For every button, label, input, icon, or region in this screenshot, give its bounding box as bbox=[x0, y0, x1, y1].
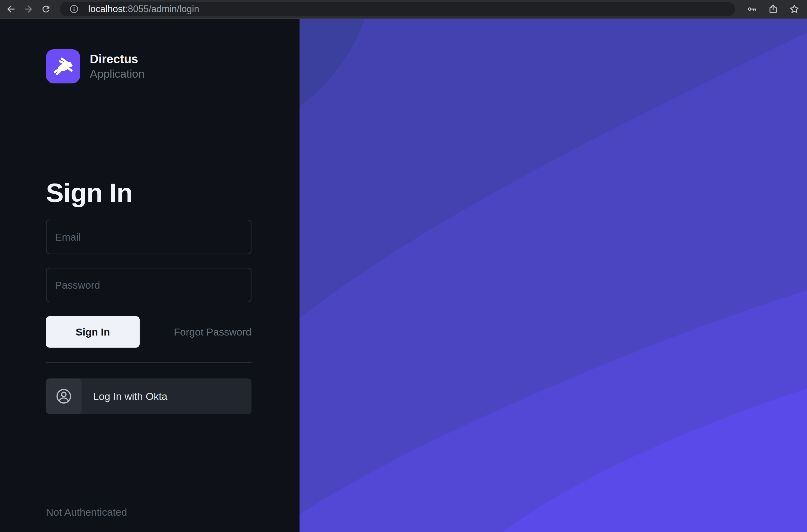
auth-status-text: Not Authenticated bbox=[46, 506, 127, 518]
brand-subtitle: Application bbox=[90, 68, 145, 81]
forward-icon[interactable] bbox=[22, 3, 35, 15]
email-field[interactable] bbox=[46, 220, 251, 254]
sso-icon-cell bbox=[46, 378, 82, 414]
toolbar-right-icons bbox=[746, 3, 800, 15]
share-icon[interactable] bbox=[767, 3, 779, 15]
login-page: Directus Application Sign In Sign In For… bbox=[0, 19, 807, 532]
bookmark-star-icon[interactable] bbox=[788, 3, 800, 15]
login-form: Sign In Forgot Password Log In with Okta bbox=[46, 220, 251, 414]
brand-header: Directus Application bbox=[46, 49, 300, 83]
site-info-icon[interactable] bbox=[69, 4, 79, 14]
page-title: Sign In bbox=[46, 179, 300, 206]
url-host: localhost bbox=[88, 4, 125, 14]
browser-toolbar: localhost:8055/admin/login bbox=[0, 0, 807, 19]
account-circle-icon bbox=[55, 387, 73, 405]
directus-rabbit-icon bbox=[52, 55, 74, 78]
purple-bands-art bbox=[300, 19, 807, 532]
sign-in-button[interactable]: Sign In bbox=[46, 316, 140, 348]
refresh-icon[interactable] bbox=[40, 3, 52, 15]
address-bar[interactable]: localhost:8055/admin/login bbox=[60, 2, 735, 16]
forgot-password-link[interactable]: Forgot Password bbox=[174, 326, 251, 338]
back-icon[interactable] bbox=[5, 3, 17, 15]
url-path: :8055/admin/login bbox=[125, 4, 199, 14]
divider bbox=[46, 362, 251, 363]
okta-login-button[interactable]: Log In with Okta bbox=[46, 378, 251, 414]
password-field[interactable] bbox=[46, 268, 251, 302]
directus-logo bbox=[46, 49, 80, 83]
key-icon[interactable] bbox=[746, 3, 758, 15]
form-actions: Sign In Forgot Password bbox=[46, 316, 251, 348]
brand-title: Directus bbox=[90, 52, 145, 66]
login-art-panel bbox=[300, 19, 807, 532]
okta-login-label: Log In with Okta bbox=[93, 391, 168, 402]
login-panel: Directus Application Sign In Sign In For… bbox=[0, 19, 300, 532]
url-text: localhost:8055/admin/login bbox=[88, 4, 199, 15]
brand-text: Directus Application bbox=[90, 52, 145, 81]
